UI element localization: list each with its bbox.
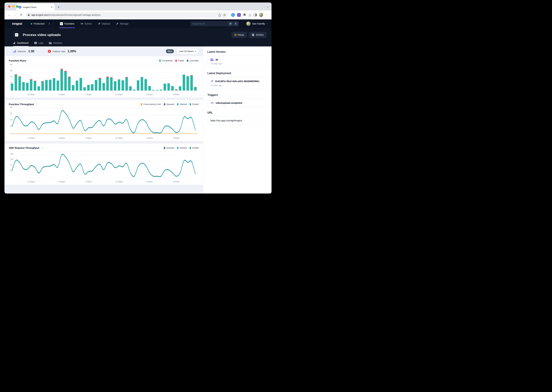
environment-switcher[interactable]: Production ▲▼ (27, 19, 53, 28)
svg-text:9:00am: 9:00am (173, 93, 180, 96)
user-avatar (246, 21, 251, 26)
address-bar[interactable]: app.inngest.com/env/production/functions… (26, 12, 228, 18)
legend-dot (177, 147, 179, 149)
svg-text:11:30am: 11:30am (27, 93, 35, 96)
share-icon[interactable] (218, 14, 221, 16)
svg-text:7:30pm: 7:30pm (85, 181, 92, 183)
range-chevron-down-icon: ▾ (195, 50, 196, 52)
dashboard-icon (13, 42, 16, 44)
bookmark-star-icon[interactable] (223, 14, 226, 16)
sdk-throughput-chart[interactable]: 357010514011:30am3:30pm7:30pm11:30pm3:30… (9, 149, 199, 184)
dashboard-content: Volume 1.3K ✕ Failure rate 1.20% Beta La… (5, 46, 203, 194)
function-throughput-title: Function Throughput (9, 103, 34, 106)
legend-dot (164, 103, 165, 105)
browser-tab[interactable]: Inngest Cloud ✕ (16, 4, 55, 10)
inngest-logo: inngest (12, 22, 27, 26)
svg-text:11:30pm: 11:30pm (115, 137, 123, 139)
nav-item-events[interactable]: Events (78, 19, 94, 28)
archive-icon (252, 34, 254, 36)
details-sidebar: Latest Version 39 14 days ago Latest Dep… (203, 46, 271, 194)
url-value: https://my-app.com/api/inngest (211, 119, 242, 122)
logs-terminal-icon (34, 42, 37, 44)
svg-text:60: 60 (10, 70, 13, 72)
new-tab-button[interactable]: + (56, 5, 61, 9)
purple-extension-icon[interactable]: ✦ (237, 13, 241, 17)
function-throughput-legend: Concurrency LimitQueuedStartedEnded (141, 103, 199, 105)
svg-text:11:30am: 11:30am (27, 137, 35, 139)
close-window-button[interactable] (8, 5, 10, 8)
latest-version-card[interactable]: 39 14 days ago (207, 56, 267, 68)
volume-value: 1.3K (28, 49, 35, 53)
env-status-dot (31, 23, 32, 25)
sdk-throughput-card: SDK Request Throughput i QueuedStartedEn… (5, 143, 203, 185)
nav-item-deploys[interactable]: Deploys (95, 19, 113, 28)
svg-text:70: 70 (10, 164, 13, 166)
user-menu[interactable]: Dan Farrelly ▾ (246, 21, 268, 26)
svg-text:9:00am: 9:00am (173, 181, 180, 183)
latest-deployment-ago: 14 days ago (211, 84, 264, 87)
tab-search-chevron-icon[interactable]: ⌄ (267, 5, 269, 8)
onepassword-extension-icon[interactable] (231, 13, 235, 17)
beta-badge: Beta (166, 49, 174, 53)
svg-text:3:30am: 3:30am (146, 137, 153, 139)
latest-version-heading: Latest Version (207, 50, 267, 53)
back-icon[interactable]: ← (7, 13, 12, 17)
zoom-window-button[interactable] (16, 5, 18, 8)
browser-menu-icon[interactable]: ⋮ (265, 14, 268, 15)
forward-icon[interactable]: → (13, 13, 18, 17)
downloads-icon[interactable] (248, 14, 251, 16)
function-runs-legend: CompletedFailedCanceled (159, 59, 199, 62)
nav-item-functions[interactable]: <> Functions (58, 19, 77, 28)
extensions-puzzle-icon[interactable] (243, 14, 246, 16)
svg-text:140: 140 (10, 153, 14, 155)
volume-bars-icon (13, 50, 16, 53)
reload-icon[interactable]: ⟳ (19, 13, 24, 17)
archive-button[interactable]: Archive (249, 32, 267, 38)
latest-deployment-heading: Latest Deployment (207, 72, 267, 75)
url-host: app.inngest.com (31, 14, 49, 16)
trigger-card[interactable]: video/upload.completed (207, 99, 267, 107)
minimize-window-button[interactable] (12, 5, 15, 8)
svg-text:40: 40 (10, 76, 13, 78)
volume-stat: Volume 1.3K (13, 49, 35, 53)
env-chevrons-icon: ▲▼ (49, 23, 50, 25)
tab-logs[interactable]: Logs (34, 42, 43, 46)
search-input[interactable]: Search by ID... ⌘ K (190, 21, 239, 26)
function-throughput-chart[interactable]: 2040608011:30am3:30pm7:30pm11:30pm3:30am… (9, 106, 199, 140)
app-nav: inngest Production ▲▼ <> Functions Event… (5, 19, 271, 28)
time-range-select[interactable]: Last 24 Hours ▾ (176, 48, 199, 54)
events-icon (80, 22, 83, 25)
user-name: Dan Farrelly (252, 22, 265, 25)
svg-text:11:30pm: 11:30pm (115, 93, 123, 96)
kbd-cmd: ⌘ (228, 22, 232, 26)
latest-version-value: 39 (215, 58, 218, 61)
svg-text:11:30am: 11:30am (27, 181, 35, 183)
latest-deployment-card[interactable]: 5141387e-35c2-4efe-a421-4843b86258dc 14 … (207, 77, 267, 89)
tab-dashboard[interactable]: Dashboard (13, 42, 29, 46)
legend-item: Concurrency Limit (141, 103, 161, 105)
svg-text:80: 80 (10, 106, 13, 108)
pause-button[interactable]: Pause (232, 32, 247, 38)
info-icon[interactable]: i (41, 147, 43, 149)
tab-close-icon[interactable]: ✕ (51, 6, 53, 8)
svg-text:7:30pm: 7:30pm (85, 93, 92, 96)
kbd-k: K (234, 22, 238, 26)
failure-x-icon: ✕ (48, 50, 51, 53)
trigger-value: video/upload.completed (216, 102, 242, 104)
versions-folder-icon (49, 42, 52, 44)
function-runs-chart[interactable]: 2040608011:30am3:30pm7:30pm11:30pm3:30am… (9, 62, 199, 97)
legend-dot (159, 60, 161, 62)
browser-toolbar: ← → ⟳ app.inngest.com/env/production/fun… (5, 10, 271, 19)
failure-rate-stat: ✕ Failure rate 1.20% (48, 49, 76, 53)
function-runs-card: Function Runs CompletedFailedCanceled 20… (5, 56, 203, 98)
failure-value: 1.20% (68, 49, 76, 53)
tab-versions[interactable]: Versions (49, 42, 62, 46)
sidebar-panel-icon[interactable] (254, 14, 257, 16)
url-card[interactable]: https://my-app.com/api/inngest (207, 117, 267, 125)
info-icon[interactable]: i (35, 103, 38, 105)
latest-version-ago: 14 days ago (211, 62, 264, 65)
window-controls[interactable] (8, 5, 18, 8)
nav-item-manage[interactable]: Manage (114, 19, 131, 28)
legend-item: Started (177, 103, 187, 105)
browser-profile-avatar[interactable] (259, 13, 263, 17)
